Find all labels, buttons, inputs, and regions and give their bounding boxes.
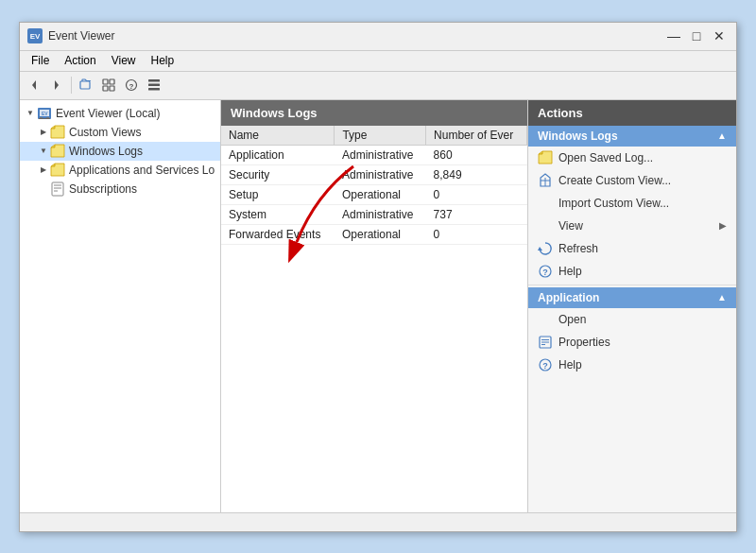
title-bar: EV Event Viewer — □ ✕ bbox=[20, 23, 736, 51]
table-row[interactable]: Application Administrative 860 bbox=[221, 145, 527, 164]
tree-item-custom-views[interactable]: ▶ Custom Views bbox=[20, 123, 220, 142]
tree-item-subscriptions[interactable]: ▶ Subscriptions bbox=[20, 180, 220, 199]
import-custom-view-icon bbox=[538, 196, 553, 211]
svg-text:EV: EV bbox=[42, 111, 48, 116]
svg-rect-6 bbox=[110, 86, 114, 91]
open-saved-toolbar-button[interactable] bbox=[76, 75, 96, 95]
close-button[interactable]: ✕ bbox=[710, 26, 729, 45]
svg-rect-10 bbox=[148, 84, 160, 87]
actions-section-title-application: Application bbox=[538, 291, 599, 304]
svg-marker-26 bbox=[538, 247, 542, 251]
tree-item-app-services[interactable]: ▶ Applications and Services Lo bbox=[20, 161, 220, 180]
svg-rect-3 bbox=[103, 79, 108, 84]
table-row[interactable]: Security Administrative 8,849 bbox=[221, 164, 527, 184]
svg-rect-5 bbox=[103, 86, 108, 91]
expand-icon-custom-views: ▶ bbox=[37, 126, 50, 139]
tree-label-custom-views: Custom Views bbox=[69, 126, 141, 139]
logs-table: Name Type Number of Ever Application Adm… bbox=[221, 126, 527, 245]
help-toolbar-button[interactable]: ? bbox=[121, 75, 142, 95]
row-type-security: Administrative bbox=[335, 164, 426, 184]
action-label-create-custom-view: Create Custom View... bbox=[558, 174, 671, 187]
view-toolbar-button[interactable] bbox=[144, 75, 164, 95]
row-type-setup: Operational bbox=[335, 184, 426, 204]
action-help-windows[interactable]: ? Help bbox=[528, 260, 736, 283]
open-icon bbox=[538, 312, 553, 327]
help-app-icon: ? bbox=[538, 357, 553, 372]
table-row[interactable]: System Administrative 737 bbox=[221, 204, 527, 224]
expand-icon-event-viewer: ▼ bbox=[24, 107, 37, 120]
action-help-app[interactable]: ? Help bbox=[528, 354, 736, 376]
menu-help[interactable]: Help bbox=[144, 52, 182, 69]
action-label-open-saved-log: Open Saved Log... bbox=[558, 151, 653, 164]
maximize-button[interactable]: □ bbox=[687, 26, 706, 45]
right-pane: Actions Windows Logs ▲ Open Saved Log... bbox=[528, 100, 736, 512]
actions-header: Actions bbox=[528, 100, 736, 126]
action-properties[interactable]: Properties bbox=[528, 331, 736, 354]
row-name-forwarded: Forwarded Events bbox=[221, 224, 335, 244]
svg-rect-11 bbox=[148, 88, 160, 91]
svg-rect-16 bbox=[39, 118, 50, 119]
properties-icon bbox=[538, 335, 553, 350]
tree-item-windows-logs[interactable]: ▼ Windows Logs bbox=[20, 142, 220, 161]
windows-logs-icon bbox=[50, 144, 65, 159]
menu-bar: File Action View Help bbox=[20, 51, 736, 72]
refresh-action-icon bbox=[538, 241, 553, 256]
row-count-setup: 0 bbox=[426, 184, 527, 204]
row-name-application: Application bbox=[221, 145, 335, 164]
col-header-name[interactable]: Name bbox=[221, 126, 335, 146]
forward-button[interactable] bbox=[46, 75, 67, 95]
actions-section-windows-logs[interactable]: Windows Logs ▲ bbox=[528, 126, 736, 147]
actions-section-application[interactable]: Application ▲ bbox=[528, 287, 736, 308]
actions-section-app-collapse-icon: ▲ bbox=[717, 292, 727, 302]
properties-toolbar-button[interactable] bbox=[98, 75, 119, 95]
center-pane-header: Windows Logs bbox=[221, 100, 527, 126]
action-label-import-custom-view: Import Custom View... bbox=[558, 197, 669, 210]
menu-file[interactable]: File bbox=[24, 52, 57, 69]
menu-view[interactable]: View bbox=[104, 52, 144, 69]
log-table: Name Type Number of Ever Application Adm… bbox=[221, 126, 527, 512]
main-window: EV Event Viewer — □ ✕ File Action View H… bbox=[19, 22, 737, 532]
actions-section-title-windows-logs: Windows Logs bbox=[538, 130, 618, 143]
table-row[interactable]: Forwarded Events Operational 0 bbox=[221, 224, 527, 244]
svg-marker-0 bbox=[32, 80, 36, 90]
col-header-count[interactable]: Number of Ever bbox=[426, 126, 527, 146]
action-view[interactable]: View ▶ bbox=[528, 215, 736, 237]
actions-section-collapse-icon: ▲ bbox=[717, 130, 727, 141]
view-action-icon bbox=[538, 218, 553, 233]
row-name-setup: Setup bbox=[221, 184, 335, 204]
action-open[interactable]: Open bbox=[528, 308, 736, 331]
action-label-open: Open bbox=[558, 313, 586, 326]
window-controls: — □ ✕ bbox=[664, 26, 729, 45]
actions-separator bbox=[528, 285, 736, 285]
left-pane: ▼ EV Event Viewer (Local) ▶ Cus bbox=[20, 100, 221, 512]
svg-rect-4 bbox=[110, 79, 114, 84]
app-icon: EV bbox=[27, 28, 43, 43]
center-pane: Windows Logs Name Type Number of Ever bbox=[221, 100, 528, 512]
svg-text:?: ? bbox=[542, 361, 548, 371]
create-custom-view-icon bbox=[538, 173, 553, 188]
back-button[interactable] bbox=[24, 75, 44, 95]
svg-rect-2 bbox=[80, 81, 90, 89]
col-header-type[interactable]: Type bbox=[335, 126, 426, 146]
tree-label-app-services: Applications and Services Lo bbox=[69, 164, 215, 177]
app-services-icon bbox=[50, 163, 65, 178]
action-import-custom-view[interactable]: Import Custom View... bbox=[528, 192, 736, 215]
table-row[interactable]: Setup Operational 0 bbox=[221, 184, 527, 204]
tree-item-event-viewer[interactable]: ▼ EV Event Viewer (Local) bbox=[20, 104, 220, 123]
svg-rect-18 bbox=[52, 182, 63, 196]
svg-rect-9 bbox=[148, 79, 160, 82]
tree-label-event-viewer: Event Viewer (Local) bbox=[56, 107, 161, 120]
action-create-custom-view[interactable]: Create Custom View... bbox=[528, 169, 736, 192]
center-pane-wrapper: Windows Logs Name Type Number of Ever bbox=[221, 100, 528, 512]
action-refresh[interactable]: Refresh bbox=[528, 237, 736, 260]
action-open-saved-log[interactable]: Open Saved Log... bbox=[528, 147, 736, 169]
row-type-forwarded: Operational bbox=[335, 224, 426, 244]
expand-icon-app-services: ▶ bbox=[37, 164, 50, 177]
row-type-application: Administrative bbox=[335, 145, 426, 164]
minimize-button[interactable]: — bbox=[664, 26, 683, 45]
tree-label-windows-logs: Windows Logs bbox=[69, 145, 143, 158]
row-type-system: Administrative bbox=[335, 204, 426, 224]
svg-marker-1 bbox=[55, 80, 59, 90]
menu-action[interactable]: Action bbox=[57, 52, 103, 69]
main-content: ▼ EV Event Viewer (Local) ▶ Cus bbox=[20, 100, 736, 512]
